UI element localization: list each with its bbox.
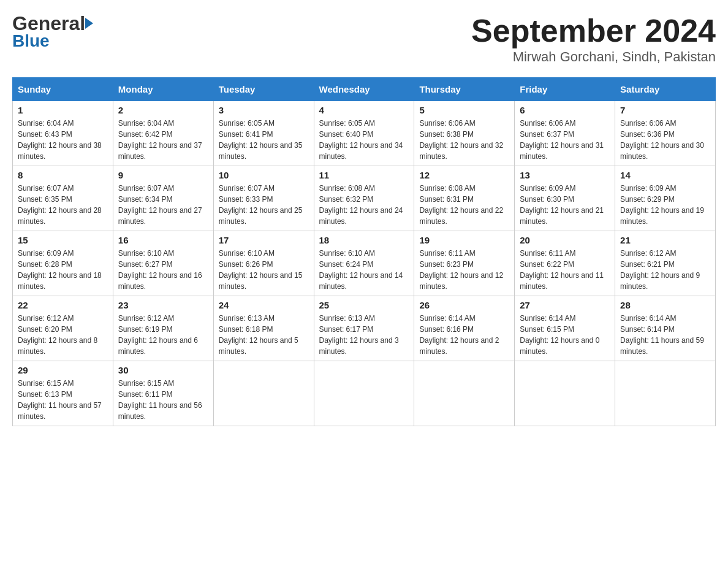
calendar-day-cell: 20Sunrise: 6:11 AMSunset: 6:22 PMDayligh… (515, 231, 615, 296)
calendar-week-row: 22Sunrise: 6:12 AMSunset: 6:20 PMDayligh… (13, 296, 716, 361)
calendar-day-cell: 14Sunrise: 6:09 AMSunset: 6:29 PMDayligh… (615, 166, 716, 231)
logo-blue-text: Blue (12, 33, 93, 50)
day-info: Sunrise: 6:04 AMSunset: 6:42 PMDaylight:… (118, 118, 208, 162)
day-info: Sunrise: 6:07 AMSunset: 6:33 PMDaylight:… (219, 183, 309, 227)
day-info: Sunrise: 6:06 AMSunset: 6:36 PMDaylight:… (620, 118, 710, 162)
calendar-day-cell: 17Sunrise: 6:10 AMSunset: 6:26 PMDayligh… (213, 231, 314, 296)
day-number: 21 (620, 235, 710, 245)
calendar-day-cell: 29Sunrise: 6:15 AMSunset: 6:13 PMDayligh… (13, 361, 113, 426)
day-number: 1 (18, 105, 108, 115)
day-number: 6 (520, 105, 610, 115)
day-info: Sunrise: 6:06 AMSunset: 6:38 PMDaylight:… (419, 118, 509, 162)
calendar-day-cell: 12Sunrise: 6:08 AMSunset: 6:31 PMDayligh… (414, 166, 515, 231)
calendar-day-header: Thursday (414, 78, 515, 101)
calendar-week-row: 1Sunrise: 6:04 AMSunset: 6:43 PMDaylight… (13, 101, 716, 166)
day-info: Sunrise: 6:14 AMSunset: 6:15 PMDaylight:… (520, 313, 610, 357)
day-info: Sunrise: 6:14 AMSunset: 6:14 PMDaylight:… (620, 313, 710, 357)
calendar-day-header: Monday (113, 78, 213, 101)
calendar-week-row: 8Sunrise: 6:07 AMSunset: 6:35 PMDaylight… (13, 166, 716, 231)
day-info: Sunrise: 6:11 AMSunset: 6:22 PMDaylight:… (520, 248, 610, 292)
day-number: 8 (18, 170, 108, 180)
calendar-day-cell: 28Sunrise: 6:14 AMSunset: 6:14 PMDayligh… (615, 296, 716, 361)
day-info: Sunrise: 6:05 AMSunset: 6:40 PMDaylight:… (319, 118, 409, 162)
calendar-day-cell: 30Sunrise: 6:15 AMSunset: 6:11 PMDayligh… (113, 361, 213, 426)
day-number: 9 (118, 170, 208, 180)
calendar-day-cell: 27Sunrise: 6:14 AMSunset: 6:15 PMDayligh… (515, 296, 615, 361)
day-number: 30 (118, 365, 208, 375)
day-info: Sunrise: 6:09 AMSunset: 6:30 PMDaylight:… (520, 183, 610, 227)
calendar-day-cell: 13Sunrise: 6:09 AMSunset: 6:30 PMDayligh… (515, 166, 615, 231)
day-info: Sunrise: 6:06 AMSunset: 6:37 PMDaylight:… (520, 118, 610, 162)
calendar-day-cell: 23Sunrise: 6:12 AMSunset: 6:19 PMDayligh… (113, 296, 213, 361)
day-info: Sunrise: 6:12 AMSunset: 6:20 PMDaylight:… (18, 313, 108, 357)
day-info: Sunrise: 6:05 AMSunset: 6:41 PMDaylight:… (219, 118, 309, 162)
day-info: Sunrise: 6:07 AMSunset: 6:35 PMDaylight:… (18, 183, 108, 227)
day-info: Sunrise: 6:07 AMSunset: 6:34 PMDaylight:… (118, 183, 208, 227)
day-info: Sunrise: 6:15 AMSunset: 6:13 PMDaylight:… (18, 378, 108, 422)
day-number: 19 (419, 235, 509, 245)
calendar-day-header: Friday (515, 78, 615, 101)
calendar-day-cell: 11Sunrise: 6:08 AMSunset: 6:32 PMDayligh… (314, 166, 414, 231)
day-number: 15 (18, 235, 108, 245)
day-info: Sunrise: 6:08 AMSunset: 6:31 PMDaylight:… (419, 183, 509, 227)
calendar-day-cell: 10Sunrise: 6:07 AMSunset: 6:33 PMDayligh… (213, 166, 314, 231)
calendar-day-cell: 21Sunrise: 6:12 AMSunset: 6:21 PMDayligh… (615, 231, 716, 296)
calendar-day-cell: 19Sunrise: 6:11 AMSunset: 6:23 PMDayligh… (414, 231, 515, 296)
calendar-header-row: SundayMondayTuesdayWednesdayThursdayFrid… (13, 78, 716, 101)
location-subtitle: Mirwah Gorchani, Sindh, Pakistan (471, 49, 716, 65)
calendar-day-header: Tuesday (213, 78, 314, 101)
calendar-day-cell: 16Sunrise: 6:10 AMSunset: 6:27 PMDayligh… (113, 231, 213, 296)
calendar-day-cell: 9Sunrise: 6:07 AMSunset: 6:34 PMDaylight… (113, 166, 213, 231)
month-title: September 2024 (471, 12, 716, 49)
day-info: Sunrise: 6:04 AMSunset: 6:43 PMDaylight:… (18, 118, 108, 162)
calendar-day-cell (414, 361, 515, 426)
title-section: September 2024 Mirwah Gorchani, Sindh, P… (471, 12, 716, 65)
calendar-day-cell: 2Sunrise: 6:04 AMSunset: 6:42 PMDaylight… (113, 101, 213, 166)
calendar-day-cell: 1Sunrise: 6:04 AMSunset: 6:43 PMDaylight… (13, 101, 113, 166)
day-info: Sunrise: 6:10 AMSunset: 6:24 PMDaylight:… (319, 248, 409, 292)
day-number: 14 (620, 170, 710, 180)
day-info: Sunrise: 6:13 AMSunset: 6:18 PMDaylight:… (219, 313, 309, 357)
day-number: 18 (319, 235, 409, 245)
calendar-table: SundayMondayTuesdayWednesdayThursdayFrid… (12, 77, 716, 426)
page-header: General Blue September 2024 Mirwah Gorch… (12, 12, 716, 65)
calendar-day-cell: 5Sunrise: 6:06 AMSunset: 6:38 PMDaylight… (414, 101, 515, 166)
calendar-day-cell: 18Sunrise: 6:10 AMSunset: 6:24 PMDayligh… (314, 231, 414, 296)
day-info: Sunrise: 6:13 AMSunset: 6:17 PMDaylight:… (319, 313, 409, 357)
day-number: 13 (520, 170, 610, 180)
calendar-day-cell: 6Sunrise: 6:06 AMSunset: 6:37 PMDaylight… (515, 101, 615, 166)
day-info: Sunrise: 6:12 AMSunset: 6:19 PMDaylight:… (118, 313, 208, 357)
calendar-day-cell: 22Sunrise: 6:12 AMSunset: 6:20 PMDayligh… (13, 296, 113, 361)
calendar-day-header: Wednesday (314, 78, 414, 101)
day-info: Sunrise: 6:12 AMSunset: 6:21 PMDaylight:… (620, 248, 710, 292)
day-info: Sunrise: 6:15 AMSunset: 6:11 PMDaylight:… (118, 378, 208, 422)
calendar-day-cell: 15Sunrise: 6:09 AMSunset: 6:28 PMDayligh… (13, 231, 113, 296)
day-number: 23 (118, 300, 208, 310)
day-info: Sunrise: 6:09 AMSunset: 6:28 PMDaylight:… (18, 248, 108, 292)
day-info: Sunrise: 6:10 AMSunset: 6:27 PMDaylight:… (118, 248, 208, 292)
day-info: Sunrise: 6:09 AMSunset: 6:29 PMDaylight:… (620, 183, 710, 227)
calendar-day-cell: 3Sunrise: 6:05 AMSunset: 6:41 PMDaylight… (213, 101, 314, 166)
day-info: Sunrise: 6:14 AMSunset: 6:16 PMDaylight:… (419, 313, 509, 357)
calendar-day-cell: 25Sunrise: 6:13 AMSunset: 6:17 PMDayligh… (314, 296, 414, 361)
day-number: 3 (219, 105, 309, 115)
calendar-week-row: 29Sunrise: 6:15 AMSunset: 6:13 PMDayligh… (13, 361, 716, 426)
day-number: 27 (520, 300, 610, 310)
calendar-week-row: 15Sunrise: 6:09 AMSunset: 6:28 PMDayligh… (13, 231, 716, 296)
day-number: 16 (118, 235, 208, 245)
day-number: 10 (219, 170, 309, 180)
day-number: 26 (419, 300, 509, 310)
calendar-day-cell: 8Sunrise: 6:07 AMSunset: 6:35 PMDaylight… (13, 166, 113, 231)
calendar-day-cell (515, 361, 615, 426)
day-number: 7 (620, 105, 710, 115)
logo: General Blue (12, 12, 93, 50)
calendar-day-cell: 24Sunrise: 6:13 AMSunset: 6:18 PMDayligh… (213, 296, 314, 361)
calendar-day-cell (615, 361, 716, 426)
day-info: Sunrise: 6:10 AMSunset: 6:26 PMDaylight:… (219, 248, 309, 292)
day-number: 2 (118, 105, 208, 115)
day-number: 17 (219, 235, 309, 245)
calendar-day-cell: 7Sunrise: 6:06 AMSunset: 6:36 PMDaylight… (615, 101, 716, 166)
calendar-day-cell: 4Sunrise: 6:05 AMSunset: 6:40 PMDaylight… (314, 101, 414, 166)
day-number: 25 (319, 300, 409, 310)
day-number: 4 (319, 105, 409, 115)
